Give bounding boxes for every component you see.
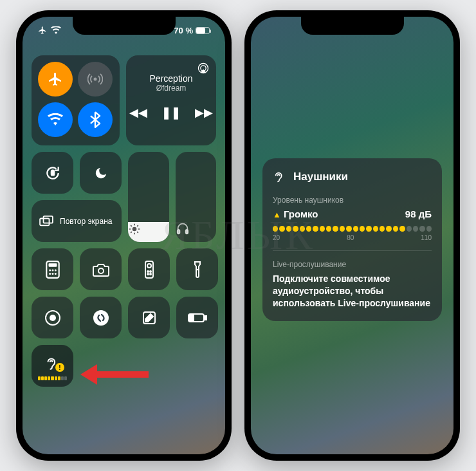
svg-rect-10 (48, 263, 57, 266)
svg-point-17 (98, 268, 104, 273)
screen-record-icon (44, 309, 61, 326)
tile-grid (32, 248, 216, 338)
level-value: 98 дБ (405, 208, 432, 219)
svg-point-11 (49, 269, 51, 271)
sun-icon (128, 223, 169, 236)
svg-point-16 (54, 272, 56, 274)
svg-rect-7 (177, 230, 179, 234)
calculator-button[interactable] (32, 248, 73, 290)
shazam-button[interactable] (80, 297, 122, 338)
hearing-panel: Наушники Уровень наушников ▲Громко 98 дБ… (262, 158, 442, 321)
svg-point-15 (51, 272, 53, 274)
battery-icon (196, 27, 210, 34)
orientation-lock-button[interactable] (32, 152, 73, 194)
battery-percent: 70 % (174, 26, 193, 35)
level-scale: 2080110 (273, 234, 432, 241)
media-module[interactable]: Perception Øfdream ◀◀ ❚❚ ▶▶ (126, 55, 216, 145)
wifi-status-icon (51, 26, 61, 34)
svg-point-23 (150, 273, 151, 275)
media-title: Perception (133, 73, 210, 84)
svg-point-27 (93, 310, 109, 326)
svg-rect-8 (185, 230, 188, 234)
svg-rect-5 (44, 216, 53, 223)
svg-point-12 (51, 269, 53, 271)
low-power-button[interactable] (176, 297, 218, 338)
shazam-icon (93, 309, 109, 326)
level-meter (273, 226, 432, 232)
screen-control-center: 70 % (23, 17, 225, 454)
airplane-status-icon (38, 26, 47, 35)
svg-point-21 (150, 271, 151, 272)
flashlight-icon (193, 261, 202, 279)
camera-button[interactable] (80, 248, 122, 290)
cellular-toggle[interactable] (78, 62, 113, 97)
svg-rect-4 (40, 218, 49, 225)
warning-badge-icon: ! (55, 363, 64, 372)
phone-right: Наушники Уровень наушников ▲Громко 98 дБ… (244, 10, 460, 461)
notch (301, 17, 404, 35)
level-status: ▲Громко (273, 208, 318, 219)
wifi-toggle[interactable] (38, 102, 73, 137)
svg-point-20 (147, 271, 149, 272)
camera-icon (93, 263, 109, 277)
low-power-icon (188, 313, 207, 323)
divider (273, 250, 432, 251)
svg-point-19 (147, 264, 151, 268)
panel-header: Наушники (273, 170, 432, 184)
airplane-toggle[interactable] (38, 62, 73, 97)
flashlight-button[interactable] (176, 248, 218, 290)
svg-rect-31 (190, 315, 194, 320)
svg-rect-30 (205, 316, 206, 320)
volume-slider[interactable] (176, 152, 217, 242)
next-track-icon[interactable]: ▶▶ (195, 106, 213, 120)
headphones-icon (176, 221, 217, 236)
live-listen-label: Live-прослушивание (273, 260, 432, 269)
ear-icon (273, 170, 287, 184)
panel-title: Наушники (293, 171, 348, 183)
apple-tv-remote-button[interactable] (128, 248, 170, 290)
live-listen-text: Подключите совместимое аудиоустройство, … (273, 273, 432, 309)
screen-hearing-panel: Наушники Уровень наушников ▲Громко 98 дБ… (251, 17, 453, 454)
previous-track-icon[interactable]: ◀◀ (129, 106, 147, 120)
screen-record-button[interactable] (32, 297, 73, 338)
pause-icon[interactable]: ❚❚ (161, 106, 181, 120)
svg-point-13 (54, 269, 56, 271)
bluetooth-toggle[interactable] (78, 102, 113, 137)
svg-point-0 (93, 78, 96, 81)
notes-icon (142, 310, 157, 326)
phone-left: 70 % (16, 10, 232, 461)
calculator-icon (46, 261, 60, 279)
screen-mirroring-label: Повтор экрана (60, 217, 112, 226)
svg-point-6 (133, 227, 137, 232)
connectivity-module[interactable] (32, 55, 120, 145)
svg-point-22 (147, 273, 149, 275)
media-artist: Øfdream (133, 84, 210, 93)
svg-point-24 (196, 268, 198, 270)
warning-icon: ▲ (273, 210, 281, 219)
hearing-button[interactable]: ! (32, 345, 73, 387)
hearing-meter-mini (38, 376, 67, 380)
do-not-disturb-button[interactable] (80, 152, 122, 194)
notch (73, 17, 176, 35)
brightness-slider[interactable] (128, 152, 169, 242)
screen-mirroring-button[interactable]: Повтор экрана (32, 200, 122, 242)
svg-point-14 (49, 272, 51, 274)
level-label: Уровень наушников (273, 196, 432, 205)
svg-point-26 (50, 315, 56, 321)
annotation-arrow (80, 364, 149, 385)
apple-tv-remote-icon (145, 261, 154, 279)
notes-button[interactable] (128, 297, 170, 338)
airplay-icon[interactable] (197, 62, 210, 75)
